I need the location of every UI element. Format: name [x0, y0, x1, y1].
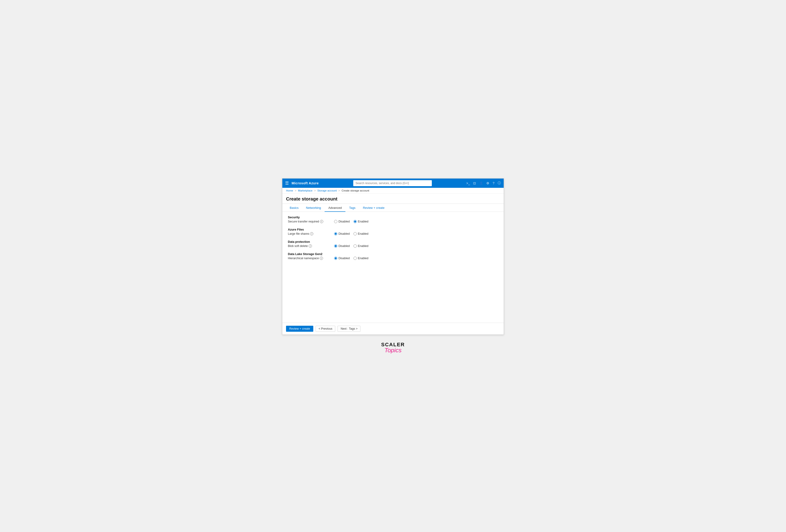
- hierarchical-namespace-enabled-option[interactable]: Enabled: [353, 257, 369, 260]
- secure-transfer-disabled-option[interactable]: Disabled: [334, 220, 350, 223]
- main-content: Security Secure transfer required i Disa…: [282, 212, 504, 323]
- hierarchical-namespace-disabled-option[interactable]: Disabled: [334, 257, 350, 260]
- azure-files-section: Azure Files Large file shares i Disabled…: [288, 228, 498, 235]
- breadcrumb-home[interactable]: Home: [286, 189, 293, 192]
- feedback-icon[interactable]: ⊡: [473, 181, 476, 185]
- data-lake-section: Data Lake Storage Gen2 Hierarchical name…: [288, 252, 498, 260]
- page-title: Create storage account: [282, 193, 504, 204]
- large-file-shares-disabled-option[interactable]: Disabled: [334, 232, 350, 235]
- secure-transfer-enabled-radio[interactable]: [353, 220, 357, 223]
- tab-advanced[interactable]: Advanced: [325, 204, 345, 212]
- hierarchical-namespace-radio-group: Disabled Enabled: [334, 257, 369, 260]
- secure-transfer-disabled-radio[interactable]: [334, 220, 337, 223]
- hierarchical-namespace-disabled-label: Disabled: [339, 257, 350, 260]
- settings-icon[interactable]: ⚙: [486, 181, 489, 185]
- help-icon[interactable]: ?: [492, 181, 494, 185]
- hierarchical-namespace-disabled-radio[interactable]: [334, 257, 337, 260]
- breadcrumb-sep-2: >: [314, 189, 316, 192]
- blob-soft-delete-row: Blob soft delete i Disabled Enabled: [288, 245, 498, 248]
- azure-files-title: Azure Files: [288, 228, 498, 231]
- security-section: Security Secure transfer required i Disa…: [288, 215, 498, 223]
- breadcrumb-marketplace[interactable]: Marketplace: [298, 189, 313, 192]
- scaler-logo: SCALER Topics: [381, 342, 405, 354]
- breadcrumb-current: Create storage account: [342, 189, 369, 192]
- info-icon[interactable]: ⓘ: [498, 181, 501, 185]
- brand-label: Microsoft Azure: [292, 181, 319, 185]
- hierarchical-namespace-label: Hierarchical namespace i: [288, 257, 334, 260]
- large-file-shares-enabled-radio[interactable]: [353, 232, 357, 235]
- data-lake-title: Data Lake Storage Gen2: [288, 252, 498, 256]
- large-file-shares-row: Large file shares i Disabled Enabled: [288, 232, 498, 235]
- large-file-shares-disabled-radio[interactable]: [334, 232, 337, 235]
- breadcrumb-storage-account[interactable]: Storage account: [318, 189, 337, 192]
- next-button[interactable]: Next : Tags >: [338, 326, 361, 332]
- data-protection-title: Data protection: [288, 240, 498, 244]
- hamburger-icon[interactable]: ☰: [285, 181, 289, 186]
- blob-soft-delete-disabled-radio[interactable]: [334, 245, 337, 248]
- large-file-shares-radio-group: Disabled Enabled: [334, 232, 369, 235]
- user-icon[interactable]: 👤: [479, 181, 483, 185]
- large-file-shares-label: Large file shares i: [288, 232, 334, 235]
- large-file-shares-enabled-label: Enabled: [358, 232, 369, 235]
- review-create-button[interactable]: Review + create: [286, 326, 313, 332]
- azure-window: ☰ Microsoft Azure >_ ⊡ 👤 ⚙ ? ⓘ Home > Ma…: [282, 178, 504, 335]
- large-file-shares-enabled-option[interactable]: Enabled: [353, 232, 369, 235]
- hierarchical-namespace-info-icon[interactable]: i: [320, 257, 323, 260]
- blob-soft-delete-enabled-radio[interactable]: [353, 245, 357, 248]
- large-file-shares-info-icon[interactable]: i: [310, 232, 313, 235]
- blob-soft-delete-label: Blob soft delete i: [288, 245, 334, 248]
- tab-review[interactable]: Review + create: [359, 204, 388, 212]
- breadcrumb-sep-1: >: [295, 189, 296, 192]
- security-title: Security: [288, 215, 498, 219]
- blob-soft-delete-disabled-option[interactable]: Disabled: [334, 245, 350, 248]
- footer-bar: Review + create < Previous Next : Tags >: [282, 323, 504, 334]
- secure-transfer-disabled-label: Disabled: [339, 220, 350, 223]
- large-file-shares-disabled-label: Disabled: [339, 232, 350, 235]
- blob-soft-delete-info-icon[interactable]: i: [309, 245, 312, 248]
- secure-transfer-enabled-option[interactable]: Enabled: [353, 220, 369, 223]
- tab-basics[interactable]: Basics: [286, 204, 302, 212]
- breadcrumb-sep-3: >: [339, 189, 340, 192]
- terminal-icon[interactable]: >_: [466, 181, 470, 185]
- hierarchical-namespace-enabled-label: Enabled: [358, 257, 369, 260]
- search-bar-container: [319, 180, 466, 186]
- secure-transfer-info-icon[interactable]: i: [320, 220, 323, 223]
- nav-icons: >_ ⊡ 👤 ⚙ ? ⓘ: [466, 181, 501, 185]
- breadcrumb: Home > Marketplace > Storage account > C…: [282, 188, 504, 193]
- secure-transfer-radio-group: Disabled Enabled: [334, 220, 369, 223]
- hierarchical-namespace-row: Hierarchical namespace i Disabled Enable…: [288, 257, 498, 260]
- tab-networking[interactable]: Networking: [302, 204, 325, 212]
- tab-tags[interactable]: Tags: [345, 204, 359, 212]
- secure-transfer-enabled-label: Enabled: [358, 220, 369, 223]
- data-protection-section: Data protection Blob soft delete i Disab…: [288, 240, 498, 248]
- hierarchical-namespace-enabled-radio[interactable]: [353, 257, 357, 260]
- blob-soft-delete-enabled-option[interactable]: Enabled: [353, 245, 369, 248]
- blob-soft-delete-disabled-label: Disabled: [339, 245, 350, 248]
- secure-transfer-row: Secure transfer required i Disabled Enab…: [288, 220, 498, 223]
- previous-button[interactable]: < Previous: [316, 326, 335, 332]
- topics-text: Topics: [385, 347, 401, 354]
- blob-soft-delete-radio-group: Disabled Enabled: [334, 245, 369, 248]
- blob-soft-delete-enabled-label: Enabled: [358, 245, 369, 248]
- top-nav: ☰ Microsoft Azure >_ ⊡ 👤 ⚙ ? ⓘ: [282, 179, 504, 188]
- secure-transfer-label: Secure transfer required i: [288, 220, 334, 223]
- tabs-bar: Basics Networking Advanced Tags Review +…: [282, 204, 504, 212]
- search-input[interactable]: [353, 180, 432, 186]
